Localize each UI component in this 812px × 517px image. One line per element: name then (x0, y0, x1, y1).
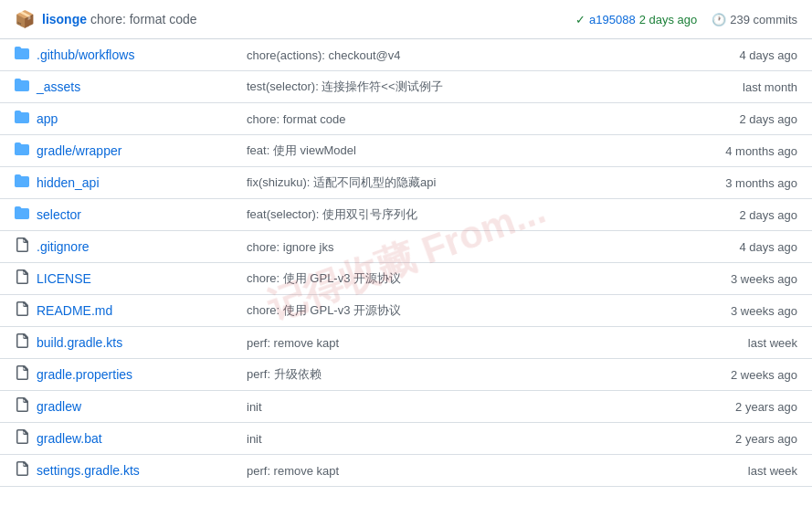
file-name[interactable]: gradlew.bat (37, 431, 102, 446)
commit-time: 3 weeks ago (692, 263, 812, 295)
file-icon (15, 397, 29, 416)
commit-message: feat(selector): 使用双引号序列化 (232, 199, 692, 231)
commit-message: chore(actions): checkout@v4 (232, 39, 692, 71)
file-name[interactable]: app (37, 111, 58, 126)
commit-message: init (232, 423, 692, 455)
file-icon (15, 333, 29, 352)
commit-message: feat: 使用 viewModel (232, 135, 692, 167)
commit-time: 2 years ago (692, 391, 812, 423)
table-row: LICENSE chore: 使用 GPL-v3 开源协议 3 weeks ag… (0, 263, 812, 295)
file-name[interactable]: gradle/wrapper (37, 143, 121, 158)
file-name-cell: gradlew (15, 397, 216, 416)
folder-icon (15, 174, 29, 192)
commit-message: perf: remove kapt (232, 455, 692, 487)
table-row: build.gradle.kts perf: remove kapt last … (0, 327, 812, 359)
repo-title: lisonge chore: format code (42, 12, 197, 26)
table-row: _assets test(selector): 连接操作符<<测试例子 last… (0, 71, 812, 103)
folder-icon (15, 46, 29, 64)
file-name[interactable]: selector (37, 207, 81, 222)
file-name[interactable]: .github/workflows (37, 47, 134, 62)
file-name-cell: _assets (15, 78, 216, 96)
commit-time: 2 weeks ago (692, 359, 812, 391)
file-name[interactable]: LICENSE (37, 271, 91, 286)
commit-time: 4 days ago (692, 231, 812, 263)
repo-owner[interactable]: lisonge (42, 12, 87, 26)
commit-time: 4 days ago (692, 39, 812, 71)
file-name-cell: .gitignore (15, 237, 216, 256)
file-name-cell: settings.gradle.kts (15, 461, 216, 480)
folder-icon (15, 78, 29, 96)
commit-message: chore: 使用 GPL-v3 开源协议 (232, 263, 692, 295)
table-row: .gitignore chore: ignore jks 4 days ago (0, 231, 812, 263)
table-row: .github/workflows chore(actions): checko… (0, 39, 812, 71)
file-name-cell: .github/workflows (15, 46, 216, 64)
file-name-cell: hidden_api (15, 174, 216, 192)
file-name[interactable]: build.gradle.kts (37, 335, 122, 350)
table-row: selector feat(selector): 使用双引号序列化 2 days… (0, 199, 812, 231)
commit-time: 2 days ago (692, 103, 812, 135)
commit-message: test(selector): 连接操作符<<测试例子 (232, 71, 692, 103)
commit-message: perf: remove kapt (232, 327, 692, 359)
table-row: gradlew init 2 years ago (0, 391, 812, 423)
commit-info: ✓ a195088 2 days ago 🕐 239 commits (575, 13, 797, 26)
file-name[interactable]: .gitignore (37, 239, 90, 254)
file-name[interactable]: gradlew (37, 399, 81, 414)
commits-count[interactable]: 239 commits (730, 13, 797, 26)
commit-time: last week (692, 455, 812, 487)
header-commit-message: chore: format code (90, 12, 197, 26)
file-icon (15, 429, 29, 448)
commit-time: 2 days ago (692, 199, 812, 231)
file-name-cell: gradlew.bat (15, 429, 216, 448)
table-row: settings.gradle.kts perf: remove kapt la… (0, 455, 812, 487)
commit-message: fix(shizuku): 适配不同机型的隐藏api (232, 167, 692, 199)
checkmark-icon: ✓ (575, 13, 585, 26)
table-row: gradlew.bat init 2 years ago (0, 423, 812, 455)
commit-time: 2 years ago (692, 423, 812, 455)
clock-icon: 🕐 (712, 13, 726, 26)
commit-time: 2 days ago (639, 13, 698, 26)
file-name[interactable]: README.md (37, 303, 112, 318)
commits-count-block: 🕐 239 commits (712, 13, 797, 26)
table-row: hidden_api fix(shizuku): 适配不同机型的隐藏api 3 … (0, 167, 812, 199)
commit-message: chore: format code (232, 103, 692, 135)
repo-icon: 📦 (15, 9, 35, 29)
file-icon (15, 365, 29, 384)
file-icon (15, 269, 29, 288)
commit-time: 3 months ago (692, 167, 812, 199)
commit-message: chore: 使用 GPL-v3 开源协议 (232, 295, 692, 327)
file-name-cell: gradle.properties (15, 365, 216, 384)
commit-hash-block: ✓ a195088 2 days ago (575, 13, 697, 26)
commit-time: last month (692, 71, 812, 103)
file-name-cell: app (15, 110, 216, 128)
file-name[interactable]: gradle.properties (37, 367, 132, 382)
file-name-cell: README.md (15, 301, 216, 320)
file-table: .github/workflows chore(actions): checko… (0, 39, 812, 487)
file-name-cell: build.gradle.kts (15, 333, 216, 352)
file-name[interactable]: _assets (37, 79, 80, 94)
file-name-cell: LICENSE (15, 269, 216, 288)
file-icon (15, 301, 29, 320)
commit-message: init (232, 391, 692, 423)
folder-icon (15, 206, 29, 224)
table-row: gradle/wrapper feat: 使用 viewModel 4 mont… (0, 135, 812, 167)
commit-time: 3 weeks ago (692, 295, 812, 327)
file-name-cell: selector (15, 206, 216, 224)
commit-time: last week (692, 327, 812, 359)
commit-time: 4 months ago (692, 135, 812, 167)
file-name[interactable]: hidden_api (37, 175, 100, 190)
file-name-cell: gradle/wrapper (15, 142, 216, 160)
file-icon (15, 237, 29, 256)
folder-icon (15, 110, 29, 128)
folder-icon (15, 142, 29, 160)
file-name[interactable]: settings.gradle.kts (37, 463, 140, 478)
repo-header: 📦 lisonge chore: format code ✓ a195088 2… (0, 0, 812, 39)
commit-hash[interactable]: a195088 (589, 13, 636, 26)
commit-message: perf: 升级依赖 (232, 359, 692, 391)
commit-message: chore: ignore jks (232, 231, 692, 263)
table-row: README.md chore: 使用 GPL-v3 开源协议 3 weeks … (0, 295, 812, 327)
table-row: app chore: format code 2 days ago (0, 103, 812, 135)
file-icon (15, 461, 29, 480)
table-row: gradle.properties perf: 升级依赖 2 weeks ago (0, 359, 812, 391)
